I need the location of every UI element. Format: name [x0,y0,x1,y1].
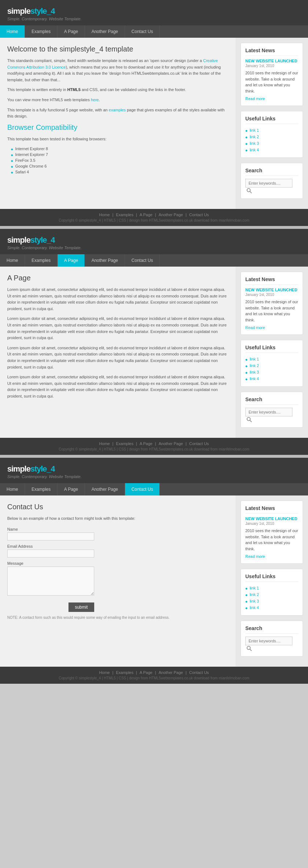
contact-form: Name Email Address Message submit [7,527,228,612]
nav-item-contactus[interactable]: Contact Us [125,25,160,38]
search-input[interactable] [245,179,292,188]
search-input-2[interactable] [245,408,292,416]
link-4[interactable]: link 4 [250,148,259,152]
svg-point-2 [247,417,250,421]
name-row: Name [7,527,228,540]
latest-news-title-3: Latest News [245,505,298,514]
site-title-3: simplestyle_4 [7,464,301,474]
title-plain-3: simple [7,464,30,473]
browser-ie7: Internet Explorer 7 [11,152,228,157]
search-input-3[interactable] [245,637,292,645]
news-link-3[interactable]: NEW WEBSITE LAUNCHED [245,517,298,521]
nav2-item-contactus[interactable]: Contact Us [125,254,160,267]
title-highlight: style_4 [30,7,55,16]
apage-para-2: Lorem ipsum dolor sit amet, consectetur … [7,316,228,341]
footer-link-anotherpage[interactable]: Another Page [159,213,183,217]
nav-item-anotherpage[interactable]: Another Page [85,25,125,38]
footer-link-home[interactable]: Home [99,213,110,217]
link-2-3[interactable]: link 2 [250,592,259,597]
browser-chrome: Google Chrome 6 [11,163,228,169]
nav-item-examples[interactable]: Examples [25,25,58,38]
search-button-3[interactable] [246,645,253,652]
latest-news-title-2: Latest News [245,276,298,285]
nav2-item-apage[interactable]: A Page [58,254,85,267]
link-3-3[interactable]: link 3 [250,599,259,603]
footer-copyright: Copyright © simplestyle_4 | HTML5 | CSS … [7,218,301,222]
nav-item-home[interactable]: Home [0,25,25,38]
svg-point-4 [247,646,250,650]
name-label: Name [7,527,228,531]
nav2-item-home[interactable]: Home [0,254,25,267]
footer-links-3: Home | Examples | A Page | Another Page … [7,670,301,675]
site-header-3: simplestyle_4 Simple. Contemporary. Webs… [0,458,308,483]
news-link-2[interactable]: NEW WEBSITE LAUNCHED [245,288,298,292]
link-1-2[interactable]: link 1 [250,357,259,361]
nav3-item-apage[interactable]: A Page [58,483,85,495]
search-button[interactable] [246,188,253,194]
here-link[interactable]: here [91,98,99,102]
footer-link-apage[interactable]: A Page [140,213,152,217]
useful-links-list-2: link 1 link 2 link 3 link 4 [245,356,298,382]
read-more-link-2[interactable]: Read more [245,325,265,330]
list-item: link 3 [245,369,298,375]
email-label: Email Address [7,544,228,548]
footer3-link-examples[interactable]: Examples [116,670,133,675]
apage-content-wrapper: A Page Lorem ipsum dolor sit amet, conse… [0,267,308,438]
footer2-link-contactus[interactable]: Contact Us [189,441,209,446]
site-tagline-3: Simple. Contemporary. Website Template. [7,474,301,479]
footer3-link-apage[interactable]: A Page [140,670,152,675]
read-more-link-3[interactable]: Read more [245,554,265,559]
useful-links-box-3: Useful Links link 1 link 2 link 3 link 4 [241,569,303,616]
news-text: 2010 sees the redesign of our website. T… [245,70,298,94]
link-1-3[interactable]: link 1 [250,586,259,590]
nav3-item-anotherpage[interactable]: Another Page [85,483,125,495]
message-textarea[interactable] [7,567,94,596]
link-1[interactable]: link 1 [250,128,259,132]
news-date-3: January 1st, 2010 [245,522,298,526]
nav3-item-home[interactable]: Home [0,483,25,495]
nav3-item-examples[interactable]: Examples [25,483,58,495]
search-title-3: Search [245,625,298,634]
nav3-item-contactus[interactable]: Contact Us [125,483,160,495]
list-item: link 4 [245,147,298,153]
home-para-1: This standards compliant, simple, fixed … [7,58,228,83]
submit-button[interactable]: submit [68,602,94,612]
footer3-link-home[interactable]: Home [99,670,110,675]
name-input[interactable] [7,532,94,540]
link-2-2[interactable]: link 2 [250,363,259,368]
nav2-item-anotherpage[interactable]: Another Page [85,254,125,267]
contact-title: Contact Us [7,503,228,511]
link-3[interactable]: link 3 [250,141,259,145]
svg-point-0 [247,189,250,192]
footer2-link-apage[interactable]: A Page [140,441,152,446]
email-input[interactable] [7,550,94,558]
cc-link[interactable]: Creative Commons Attribution 3.0 Licence [7,58,218,69]
useful-links-title-2: Useful Links [245,345,298,353]
news-date-2: January 1st, 2010 [245,293,298,297]
search-button-2[interactable] [246,416,253,423]
list-item: link 1 [245,356,298,362]
footer3-link-contactus[interactable]: Contact Us [189,670,209,675]
latest-news-box-2: Latest News NEW WEBSITE LAUNCHED January… [241,272,303,335]
footer2-link-anotherpage[interactable]: Another Page [159,441,183,446]
read-more-link[interactable]: Read more [245,96,265,101]
footer-link-contactus[interactable]: Contact Us [189,213,209,217]
examples-link[interactable]: examples [109,108,126,112]
link-4-3[interactable]: link 4 [250,605,259,610]
site-tagline-2: Simple. Contemporary. Website Template. [7,246,301,250]
link-3-2[interactable]: link 3 [250,370,259,374]
home-para-3: You can view more free HTML5 web templat… [7,97,228,103]
nav2-item-examples[interactable]: Examples [25,254,58,267]
submit-row: submit [7,600,94,612]
useful-links-title-3: Useful Links [245,573,298,582]
page-divider-1 [0,226,308,229]
footer-link-examples[interactable]: Examples [116,213,133,217]
link-4-2[interactable]: link 4 [250,377,259,381]
apage-para-1: Lorem ipsum dolor sit amet, consectetur … [7,287,228,312]
link-2[interactable]: link 2 [250,135,259,139]
footer2-link-examples[interactable]: Examples [116,441,133,446]
footer2-link-home[interactable]: Home [99,441,110,446]
footer3-link-anotherpage[interactable]: Another Page [159,670,183,675]
nav-item-apage[interactable]: A Page [58,25,85,38]
news-link[interactable]: NEW WEBSITE LAUNCHED [245,59,298,63]
